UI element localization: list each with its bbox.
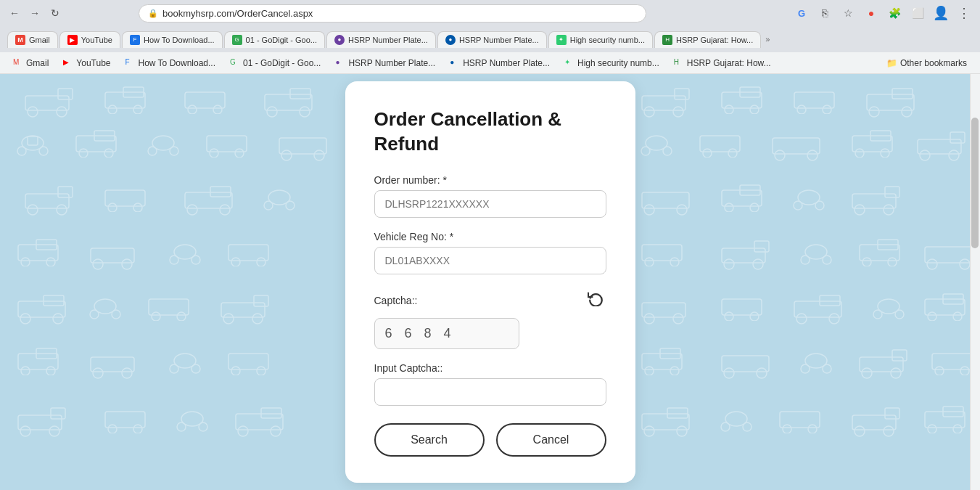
svg-point-73 [187,205,197,215]
svg-point-86 [794,201,802,210]
bookmark-security[interactable]: ✦ High security numb... [559,57,665,70]
svg-point-214 [953,425,962,433]
svg-point-179 [891,368,901,378]
google-apps-button[interactable]: G [793,4,810,22]
share-button[interactable]: ⎘ [816,4,833,22]
scrollbar-thumb[interactable] [971,118,979,248]
extension-puzzle-icon[interactable]: 🧩 [886,4,903,22]
svg-point-148 [895,310,904,319]
tab-gmail[interactable]: M Gmail [7,31,58,48]
svg-point-110 [724,259,734,269]
browser-actions: G ⎘ ☆ ● 🧩 ⬜ 👤 ⋮ [793,4,973,22]
svg-rect-27 [892,89,913,99]
svg-point-164 [231,367,240,375]
tab-hsrp1[interactable]: ● HSRP Number Plate... [326,31,436,48]
refresh-button[interactable]: ↻ [48,6,62,20]
tab-godigit[interactable]: G 01 - GoDigit - Goo... [224,31,325,48]
svg-point-158 [93,368,103,378]
bookmark-favicon-youtube: ▶ [63,58,73,68]
svg-point-124 [20,314,30,324]
svg-point-52 [728,149,737,158]
svg-point-191 [177,422,186,431]
bookmark-godigit[interactable]: G 01 - GoDigit - Goo... [224,57,326,70]
svg-rect-108 [722,248,765,263]
extension-square-icon[interactable]: ⬜ [909,4,926,22]
svg-point-24 [797,105,806,114]
menu-button[interactable]: ⋮ [955,4,973,22]
svg-point-168 [645,367,654,375]
svg-point-42 [210,149,218,158]
svg-point-137 [644,314,654,324]
address-bar[interactable]: 🔒 bookmyhsrp.com/OrderCancel.aspx [139,4,646,23]
bookmark-favicon-godigit: G [230,58,240,68]
profile-icon[interactable]: 👤 [932,4,950,22]
bookmark-download[interactable]: F How To Download... [120,57,222,70]
tab-youtube[interactable]: ▶ YouTube [59,31,120,48]
input-captcha-input[interactable] [374,378,606,406]
favicon-gmail: M [15,35,25,45]
svg-rect-61 [950,132,965,143]
svg-point-18 [673,107,683,117]
bookmark-label-godigit: 01 - GoDigit - Goo... [243,58,321,68]
bookmark-hsrp1[interactable]: ● HSRP Number Plate... [329,57,441,70]
vehicle-reg-input[interactable] [374,247,606,274]
svg-point-63 [949,150,959,160]
bookmark-label-hsrp2: HSRP Number Plate... [463,58,550,68]
svg-point-125 [53,314,63,324]
svg-point-51 [703,149,712,158]
svg-point-195 [238,426,248,436]
svg-point-28 [869,107,879,117]
bookmark-button[interactable]: ☆ [839,4,857,22]
svg-point-145 [829,314,839,324]
bookmark-favicon-hsrp2: ● [450,58,460,68]
svg-point-200 [677,426,687,436]
bookmark-hsrp2[interactable]: ● HSRP Number Plate... [444,57,556,70]
svg-point-58 [855,149,864,158]
captcha-display: 6 6 8 4 [374,318,519,349]
svg-point-156 [46,367,55,375]
order-number-input[interactable] [374,190,606,218]
svg-point-40 [170,147,178,155]
svg-rect-109 [754,241,769,252]
svg-point-100 [170,256,178,264]
bookmark-gmail[interactable]: M Gmail [7,57,54,70]
tab-hsrp3[interactable]: H HSRP Gujarat: How... [654,31,761,48]
svg-point-43 [235,149,244,158]
svg-point-135 [252,314,263,324]
svg-rect-78 [642,192,689,208]
svg-point-147 [873,310,882,319]
cancel-button[interactable]: Cancel [496,423,606,457]
extension-chrome-icon[interactable]: ● [862,4,880,22]
svg-rect-207 [852,415,896,430]
search-button[interactable]: Search [374,423,485,457]
svg-point-84 [750,203,759,212]
svg-rect-176 [860,357,903,372]
other-bookmarks[interactable]: 📁 Other bookmarks [881,57,973,70]
page-background: Order Cancellation & Refund Order number… [0,74,980,490]
tab-security[interactable]: ✦ High security numb... [548,31,653,48]
refresh-captcha-button[interactable] [585,287,606,314]
svg-rect-12 [290,89,310,99]
svg-point-155 [21,367,30,375]
svg-point-3 [57,107,67,117]
svg-point-106 [645,258,654,266]
more-tabs-button[interactable]: » [765,35,770,44]
svg-point-91 [884,205,894,215]
svg-point-202 [721,422,730,431]
tab-download[interactable]: F How To Download... [122,31,223,48]
tab-hsrp2[interactable]: ● HSRP Number Plate... [437,31,547,48]
bookmark-hsrp3[interactable]: H HSRP Gujarat: How... [668,57,777,70]
tab-label-security: High security numb... [570,36,645,44]
svg-point-131 [177,312,186,321]
svg-point-178 [862,368,872,378]
tab-label-hsrp2: HSRP Number Plate... [459,36,539,44]
svg-point-94 [21,258,30,266]
svg-point-83 [725,203,733,212]
svg-point-7 [133,105,142,114]
back-button[interactable]: ← [7,6,22,20]
scrollbar[interactable] [970,74,980,490]
favicon-hsrp2: ● [445,35,456,45]
forward-button[interactable]: → [28,6,42,20]
bookmark-youtube[interactable]: ▶ YouTube [57,57,116,70]
svg-point-128 [112,310,120,319]
